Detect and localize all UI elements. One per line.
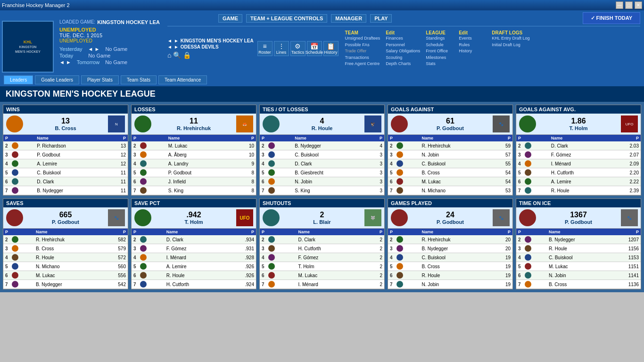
- team1-next[interactable]: ►: [174, 38, 179, 43]
- roster-label: Roster: [258, 50, 271, 55]
- team2-prev[interactable]: ◄: [167, 44, 172, 49]
- goals-against-title: GOALS AGAINST: [388, 105, 512, 114]
- saves-leader-info: 665 P. Godbout: [52, 211, 79, 225]
- events-item[interactable]: Events: [459, 35, 486, 42]
- close-button[interactable]: ✕: [635, 1, 642, 9]
- goalie-leaders-tab[interactable]: Goalie Leaders: [35, 75, 79, 84]
- team1-name[interactable]: KINGSTON MEN'S HOCKEY LEA: [181, 38, 254, 43]
- team1-row: ◄ ► KINGSTON MEN'S HOCKEY LEA: [167, 38, 254, 43]
- history-item[interactable]: History: [459, 48, 486, 55]
- league-schedule-item[interactable]: Schedule: [426, 42, 453, 49]
- initial-draft-log-item[interactable]: Initial Draft Log: [492, 42, 529, 49]
- shutouts-leader-info: 2 L. Blair: [313, 211, 330, 225]
- gaa-row-1: 2D. Clark2.03: [516, 141, 641, 150]
- scouting-item[interactable]: Scouting: [386, 55, 420, 61]
- team-menu-title[interactable]: TEAM: [345, 30, 380, 35]
- ties-ot-leader-value: 4: [320, 117, 324, 125]
- league-stats-item[interactable]: Stats: [426, 61, 453, 67]
- gaa-row-3: 4I. Ménard2.09: [516, 159, 641, 168]
- shutouts-title: SHUTOUTS: [260, 199, 384, 207]
- khl-draft-log-item[interactable]: KHL Entry Draft Log: [492, 35, 529, 42]
- salary-obligations-item[interactable]: Salary Obligations: [386, 48, 420, 55]
- wins-row-5: 6D. Clark11: [3, 177, 128, 186]
- team-attendance-tab[interactable]: Team Attendance: [158, 75, 207, 84]
- ties-ot-leader: 4 R. Houle 🦅: [260, 114, 384, 135]
- losses-title: LOSSES: [132, 105, 256, 114]
- search-icon[interactable]: 🔍: [173, 51, 181, 59]
- nav-play-btn[interactable]: PLAY: [370, 14, 392, 23]
- tactics-button[interactable]: ⚙ Tactics: [290, 41, 305, 56]
- finish-today-button[interactable]: ✓ FINISH TODAY: [583, 12, 640, 24]
- front-office-item[interactable]: Front Office: [426, 48, 453, 55]
- depth-charts-item[interactable]: Depth Charts: [386, 61, 420, 67]
- lock-icon[interactable]: 🔒: [183, 51, 191, 59]
- history-button[interactable]: 📋 History: [323, 41, 339, 56]
- draft-logs-group: DRAFT LOGS KHL Entry Draft Log Initial D…: [489, 28, 532, 69]
- lines-label: Lines: [276, 50, 287, 55]
- minimize-button[interactable]: —: [616, 1, 623, 9]
- goals-against-card: GOALS AGAINST 61 P. Godbout 🐾 PNameP 2R.…: [388, 105, 513, 196]
- yesterday-nav[interactable]: ◄ ►: [88, 46, 100, 52]
- possible-fas-item[interactable]: Possible FAs: [345, 42, 380, 49]
- tomorrow-nav[interactable]: ◄ ►: [59, 59, 71, 65]
- losses-row-4: 5P. Godbout8: [132, 168, 256, 177]
- schedule-button[interactable]: 📅 Schedule: [307, 41, 322, 56]
- so-row-1: 2D. Clark2: [260, 235, 384, 244]
- today-label: Today: [59, 53, 73, 58]
- team2-name[interactable]: ODESSA DEVILS: [181, 44, 219, 49]
- games-played-team-logo: 🐾: [493, 209, 510, 226]
- ties-ot-leader-name: R. Houle: [312, 125, 333, 131]
- second-nav-row: ◄ ► KINGSTON MEN'S HOCKEY LEA ◄ ► ODESSA…: [167, 28, 640, 69]
- nav-game-btn[interactable]: GAME: [218, 14, 242, 23]
- draft-logs-title[interactable]: DRAFT LOGS: [492, 30, 529, 35]
- team-stats-tab[interactable]: Team Stats: [121, 75, 157, 84]
- personnel-item[interactable]: Personnel: [386, 42, 420, 49]
- home-icon[interactable]: ⌂: [167, 51, 171, 59]
- wins-team-logo: N: [108, 115, 125, 132]
- top-header: KHLKINGSTONMEN'S HOCKEY LOADED GAME: KIN…: [0, 10, 644, 74]
- losses-card: LOSSES 11 R. Hrehirchuk 🦊 PNameP 2M. Luk…: [131, 105, 256, 196]
- gp-row-5: 6R. Houle19: [388, 271, 512, 280]
- team2-next[interactable]: ►: [174, 44, 179, 49]
- time-on-ice-leader-icon: [519, 209, 536, 226]
- nav-team-league-btn[interactable]: TEAM + LEAGUE CONTROLS: [246, 14, 327, 23]
- rules-item[interactable]: Rules: [459, 42, 486, 49]
- games-played-leader-icon: [391, 209, 408, 226]
- team1-prev[interactable]: ◄: [167, 38, 172, 43]
- schedule-section: Yesterday ◄ ► No Game Today No Game ◄ ► …: [59, 46, 160, 65]
- gp-row-4: 5B. Cross19: [388, 262, 512, 271]
- edit-menu-title[interactable]: Edit: [386, 30, 420, 35]
- date-display: TUE. DEC. 1 2015: [59, 33, 160, 38]
- shutouts-team-logo: 🐺: [364, 209, 381, 226]
- milestones-item[interactable]: Milestones: [426, 55, 453, 61]
- leaders-tab[interactable]: Leaders: [4, 75, 33, 84]
- standings-item[interactable]: Standings: [426, 35, 453, 42]
- shutouts-leader-icon: [263, 209, 280, 226]
- team-selector: ◄ ► KINGSTON MEN'S HOCKEY LEA ◄ ► ODESSA…: [167, 38, 254, 59]
- losses-team-logo: 🦊: [236, 115, 253, 132]
- shutouts-leader-name: L. Blair: [313, 219, 330, 225]
- roster-button[interactable]: ≡ Roster: [257, 41, 272, 56]
- trade-offer-item[interactable]: Trade Offer: [345, 48, 380, 55]
- transactions-item[interactable]: Transactions: [345, 55, 380, 61]
- nav-manager-btn[interactable]: MANAGER: [331, 14, 366, 23]
- gp-row-3: 4C. Buiskool19: [388, 253, 512, 262]
- player-stats-tab[interactable]: Player Stats: [81, 75, 119, 84]
- lines-button[interactable]: ⋮ Lines: [274, 41, 289, 56]
- tactics-icon: ⚙: [295, 42, 301, 50]
- history-icon: 📋: [327, 42, 335, 50]
- small-nav-icons: ⌂ 🔍 🔒: [167, 51, 254, 59]
- finances-item[interactable]: Finances: [386, 35, 420, 42]
- maximize-button[interactable]: □: [625, 1, 633, 9]
- games-played-table: PNameP 2R. Hrehirchuk20 3B. Nydegger20 4…: [388, 229, 512, 289]
- goals-against-leader-icon: [391, 115, 408, 132]
- gaa-row-4: 5H. Cutforth2.20: [516, 168, 641, 177]
- tomorrow-game: No Game: [105, 59, 127, 65]
- losses-row-2: 3A. Åberg10: [132, 150, 256, 159]
- unsigned-draftees-item[interactable]: Unsigned Draftees: [345, 35, 380, 42]
- ties-row-4: 5B. Giesbrecht3: [260, 168, 384, 177]
- gaa-row-5: 6A. Lemire2.22: [516, 177, 641, 186]
- free-agent-centre-item[interactable]: Free Agent Centre: [345, 61, 380, 67]
- league-menu-title[interactable]: LEAGUE: [426, 30, 453, 35]
- league-edit-title[interactable]: Edit: [459, 30, 486, 35]
